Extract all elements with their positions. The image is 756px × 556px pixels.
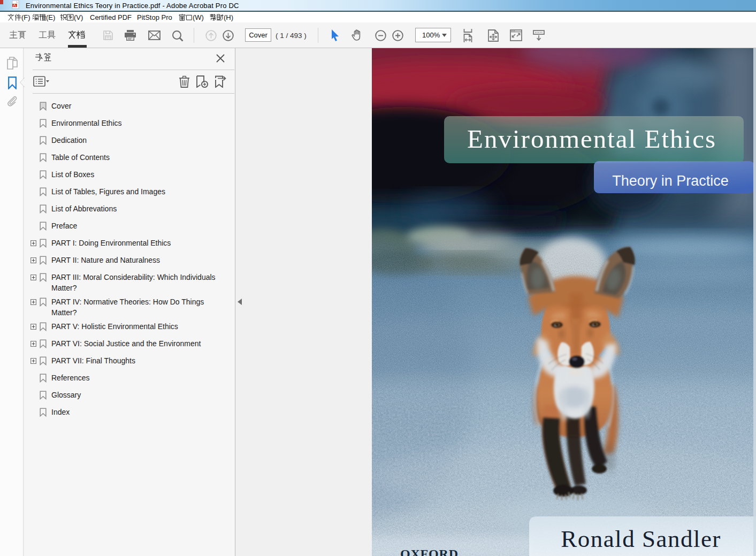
svg-text:Theory in Practice: Theory in Practice: [612, 173, 729, 189]
svg-text:Ronald Sandler: Ronald Sandler: [561, 525, 721, 552]
svg-text:OXFORD: OXFORD: [400, 547, 459, 556]
svg-text:Environmental Ethics: Environmental Ethics: [467, 124, 716, 154]
